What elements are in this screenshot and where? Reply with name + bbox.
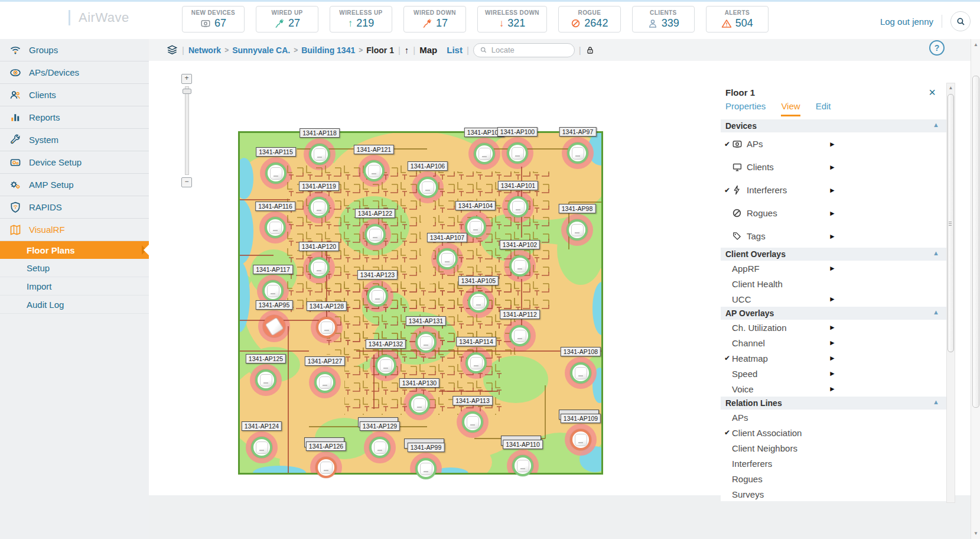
close-icon[interactable]: × [929,86,936,98]
ap-marker-1341-ap115[interactable]: 1341-AP115 [265,163,286,184]
sidebar-item-system[interactable]: System [0,129,149,151]
page-scrollbar[interactable]: ▲ ▼ [971,39,980,539]
sidebar-subitem-floor-plans[interactable]: Floor Plans [0,241,149,259]
panel-item-apprf[interactable]: AppRF► [721,261,946,276]
ap-marker-1341-ap121[interactable]: 1341-AP121 [363,160,385,181]
ap-marker-1341-ap103[interactable]: 1341-AP103 [474,143,495,164]
panel-item-channel[interactable]: Channel► [721,335,946,350]
scroll-up-icon[interactable]: ▲ [947,85,955,90]
ap-marker-1341-ap99[interactable]: 1341-AP99 [415,458,437,479]
panel-item-aps[interactable]: APs [721,410,946,425]
ap-marker-1341-ap126[interactable]: 1341-AP126 [315,457,337,478]
panel-scrollbar-thumb[interactable] [948,94,954,352]
ap-marker-1341-ap119[interactable]: 1341-AP119 [308,197,330,218]
expand-arrow-icon[interactable]: ► [829,369,836,378]
search-button[interactable] [950,11,971,31]
ap-marker-1341-ap112[interactable]: 1341-AP112 [509,325,530,346]
scroll-up-icon[interactable]: ▲ [971,42,980,47]
panel-item-ucc[interactable]: UCC► [721,291,946,307]
sidebar-subitem-setup[interactable]: Setup [0,259,149,277]
sidebar-subitem-audit-log[interactable]: Audit Log [0,296,149,314]
expand-arrow-icon[interactable]: ► [829,264,836,272]
expand-arrow-icon[interactable]: ► [829,209,836,217]
ap-marker-1341-ap109[interactable]: 1341-AP109 [570,429,591,450]
stat-rogue[interactable]: ROGUE2642 [558,6,621,33]
ap-marker-1341-ap118[interactable]: 1341-AP118 [309,144,330,165]
ap-marker-1341-ap127[interactable]: 1341-AP127 [314,372,336,393]
help-button[interactable]: ? [929,40,945,56]
collapse-icon[interactable]: ▲ [933,249,939,256]
panel-item-rogues[interactable]: Rogues► [721,202,946,225]
stat-alerts[interactable]: ALERTS504 [706,6,769,33]
stat-clients[interactable]: CLIENTS339 [632,6,695,33]
ap-marker-1341-ap124[interactable]: 1341-AP124 [251,437,272,458]
expand-arrow-icon[interactable]: ► [829,163,836,171]
expand-arrow-icon[interactable]: ► [829,339,836,347]
ap-marker-1341-ap128[interactable]: 1341-AP128 [316,317,337,338]
ap-marker-1341-ap106[interactable]: 1341-AP106 [417,177,438,198]
ap-marker-1341-ap113[interactable]: 1341-AP113 [462,411,483,433]
ap-marker-1341-ap120[interactable]: 1341-AP120 [308,257,330,278]
ap-marker-1341-ap130[interactable]: 1341-AP130 [409,394,430,415]
expand-arrow-icon[interactable]: ► [829,354,836,362]
expand-arrow-icon[interactable]: ► [829,186,836,194]
expand-arrow-icon[interactable]: ► [829,385,836,393]
panel-item-interferers[interactable]: ✔Interferers► [721,178,946,202]
panel-item-client-neighbors[interactable]: Client Neighbors [721,440,946,456]
sidebar-item-amp-setup[interactable]: AMP Setup [0,174,149,196]
ap-marker-1341-ap117[interactable]: 1341-AP117 [262,280,284,301]
panel-item-heatmap[interactable]: ✔Heatmap► [721,350,946,366]
stat-wireless-down[interactable]: WIRELESS DOWN↓321 [477,6,547,33]
ap-marker-1341-ap95[interactable]: 1341-AP95 [263,316,285,337]
sidebar-item-rapids[interactable]: RAPIDS [0,196,149,219]
collapse-icon[interactable]: ▲ [933,398,939,405]
page-scrollbar-thumb[interactable] [972,76,979,408]
panel-item-interferers[interactable]: Interferers [721,456,946,471]
ap-marker-1341-ap101[interactable]: 1341-AP101 [507,196,529,217]
panel-item-speed[interactable]: Speed► [721,366,946,381]
locate-search[interactable] [473,43,575,57]
collapse-icon[interactable]: ▲ [933,121,939,128]
ap-marker-1341-ap125[interactable]: 1341-AP125 [255,369,276,391]
ap-marker-1341-ap132[interactable]: 1341-AP132 [375,355,396,376]
panel-item-client-health[interactable]: Client Health [721,276,946,291]
sidebar-item-reports[interactable]: Reports [0,106,149,129]
stat-new-devices[interactable]: NEW DEVICES67 [182,6,245,33]
panel-item-rogues[interactable]: Rogues [721,471,946,486]
layers-icon[interactable] [167,44,178,56]
scroll-down-icon[interactable]: ▼ [971,531,980,536]
sidebar-item-clients[interactable]: Clients [0,84,149,106]
logout-link[interactable]: Log out jenny [880,17,933,27]
ap-marker-1341-ap114[interactable]: 1341-AP114 [465,352,487,374]
ap-marker-1341-ap102[interactable]: 1341-AP102 [509,255,530,277]
zoom-slider-handle[interactable] [183,89,191,94]
list-view-toggle[interactable]: List [447,45,463,55]
expand-arrow-icon[interactable]: ► [829,140,836,148]
ap-marker-1341-ap123[interactable]: 1341-AP123 [367,285,388,307]
breadcrumb-link-building-1341[interactable]: Building 1341 [301,46,355,55]
zoom-out-button[interactable]: − [181,177,192,187]
panel-item-client-association[interactable]: ✔Client Association [721,425,946,440]
panel-item-voice[interactable]: Voice► [721,381,946,397]
sidebar-subitem-import[interactable]: Import [0,277,149,296]
panel-item-aps[interactable]: ✔APs► [721,132,946,155]
tab-view[interactable]: View [781,101,800,116]
panel-item-tags[interactable]: Tags► [721,225,946,248]
tab-properties[interactable]: Properties [725,101,766,116]
sidebar-item-visualrf[interactable]: VisualRF [0,219,149,241]
breadcrumb-link-sunnyvale-ca[interactable]: Sunnyvale CA. [232,46,290,55]
ap-marker-1341-ap100[interactable]: 1341-AP100 [507,142,528,164]
ap-marker-1341-ap105[interactable]: 1341-AP105 [468,291,489,313]
ap-marker-1341-ap122[interactable]: 1341-AP122 [364,224,386,245]
ap-marker-1341-ap131[interactable]: 1341-AP131 [415,332,437,353]
stat-wired-up[interactable]: WIRED UP27 [256,6,318,33]
sidebar-item-device-setup[interactable]: Device Setup [0,151,149,174]
panel-scrollbar[interactable]: ▲ [946,83,955,503]
floor-plan-map[interactable]: 1341-AP1181341-AP1151341-AP1211341-AP106… [238,131,603,475]
ap-marker-1341-ap104[interactable]: 1341-AP104 [465,216,486,238]
sidebar-item-aps-devices[interactable]: APs/Devices [0,61,149,84]
ap-marker-1341-ap97[interactable]: 1341-AP97 [567,142,588,164]
stat-wireless-up[interactable]: WIRELESS UP↑219 [330,6,392,33]
lock-icon[interactable] [585,46,595,55]
expand-arrow-icon[interactable]: ► [829,232,836,241]
